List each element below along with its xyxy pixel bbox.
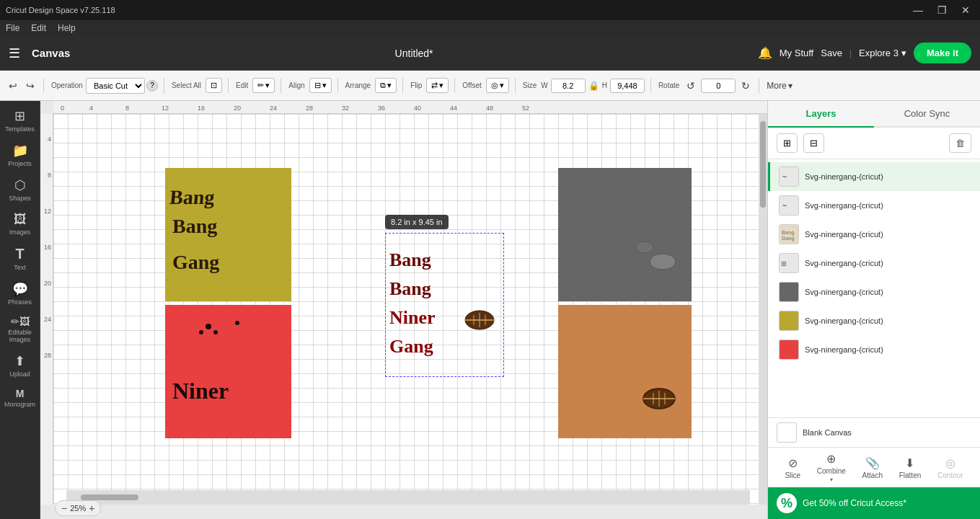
sidebar-item-upload[interactable]: ⬆ Upload — [1, 349, 39, 382]
slice-label: Slice — [785, 471, 800, 479]
machine-selector[interactable]: Explore 3 ▾ — [859, 48, 906, 58]
layer-thumb-svg — [780, 311, 798, 331]
layer-name: Svg-ninergang-(cricut) — [805, 259, 883, 267]
operation-dropdown[interactable]: Basic Cut — [86, 78, 145, 94]
size-label: Size — [523, 81, 537, 89]
sidebar-item-shapes[interactable]: ⬡ Shapes — [1, 173, 39, 206]
scroll-thumb-vertical[interactable] — [760, 121, 766, 208]
group-button[interactable]: ⊞ — [777, 133, 798, 153]
layer-name: Svg-ninergang-(cricut) — [805, 316, 883, 325]
save-button[interactable]: Save — [821, 48, 842, 58]
operation-help-button[interactable]: ? — [146, 80, 158, 92]
design-tan-rect[interactable] — [558, 305, 692, 438]
templates-icon: ⊞ — [14, 108, 25, 124]
layer-thumb-svg — [780, 282, 798, 302]
canvas-area[interactable]: 0 4 8 12 16 20 24 28 32 36 40 44 48 52 — [40, 101, 767, 519]
tab-color-sync[interactable]: Color Sync — [874, 101, 980, 128]
canvas-scrollbar-horizontal[interactable] — [66, 490, 750, 505]
close-button[interactable]: ✕ — [957, 4, 974, 16]
svg-point-18 — [636, 241, 653, 253]
menu-file[interactable]: File — [6, 23, 19, 33]
rotate-ccw-button[interactable]: ↺ — [684, 79, 698, 93]
sidebar-item-text[interactable]: T Text — [1, 241, 39, 275]
hamburger-menu[interactable]: ☰ — [9, 45, 20, 61]
sidebar-item-monogram[interactable]: M Monogram — [1, 383, 39, 412]
tab-color-sync-label: Color Sync — [904, 108, 950, 119]
menu-help[interactable]: Help — [58, 23, 76, 33]
layer-thumb-svg: ~ — [780, 195, 798, 216]
sidebar-item-templates[interactable]: ⊞ Templates — [1, 104, 39, 137]
align-button[interactable]: ⊟ ▾ — [309, 78, 332, 93]
arrange-button[interactable]: ⧉ ▾ — [375, 78, 397, 93]
width-input[interactable] — [551, 79, 586, 93]
offset-button[interactable]: ◎ ▾ — [486, 78, 509, 93]
layer-item[interactable]: ⊞ Svg-ninergang-(cricut) — [768, 249, 980, 278]
layer-item[interactable]: Bang Gang Svg-ninergang-(cricut) — [768, 220, 980, 249]
machine-label: Explore 3 — [859, 48, 899, 58]
notifications-bell[interactable]: 🔔 — [758, 46, 772, 60]
zoom-out-button[interactable]: − — [61, 502, 67, 514]
layer-item[interactable]: ~ Svg-ninergang-(cricut) — [768, 191, 980, 220]
menubar: File Edit Help — [0, 20, 980, 36]
design-gray-rect[interactable] — [558, 168, 692, 301]
slice-tool[interactable]: ⊘ Slice — [785, 456, 800, 479]
sidebar-item-projects[interactable]: 📁 Projects — [1, 138, 39, 172]
rotate-input[interactable] — [701, 79, 736, 93]
layer-name: Svg-ninergang-(cricut) — [805, 201, 883, 210]
zoom-level: 25% — [70, 504, 86, 513]
layer-thumb-svg: Bang Gang — [780, 224, 798, 244]
minimize-button[interactable]: — — [909, 4, 927, 16]
tab-layers[interactable]: Layers — [768, 101, 874, 128]
select-all-label: Select All — [172, 81, 201, 89]
blank-canvas-label: Blank Canvas — [803, 428, 852, 437]
flip-button[interactable]: ⇄ ▾ — [426, 78, 449, 93]
sidebar-item-phrases[interactable]: 💬 Phrases — [1, 277, 39, 310]
maximize-button[interactable]: ❐ — [933, 4, 951, 16]
images-label: Images — [9, 229, 31, 236]
redo-button[interactable]: ↪ — [23, 79, 37, 93]
height-input[interactable] — [610, 79, 645, 93]
sidebar-item-images[interactable]: 🖼 Images — [1, 208, 39, 240]
edit-group: Edit ✏ ▾ — [236, 78, 281, 93]
promo-banner[interactable]: % Get 50% off Cricut Access* — [768, 487, 980, 519]
design-red-rect[interactable]: Niner — [165, 305, 291, 438]
text-label: Text — [14, 264, 26, 271]
toolbar: ↩ ↪ Operation Basic Cut ? Select All ⊡ E… — [0, 71, 980, 101]
layer-item[interactable]: Svg-ninergang-(cricut) — [768, 335, 980, 364]
design-selected-rect[interactable]: Bang Bang Niner Gang — [385, 233, 504, 377]
select-all-button[interactable]: ⊡ — [206, 78, 222, 93]
edit-button[interactable]: ✏ ▾ — [252, 78, 275, 93]
machine-chevron-icon: ▾ — [901, 48, 906, 58]
blank-canvas-item[interactable]: Blank Canvas — [768, 417, 980, 447]
my-stuff-button[interactable]: My Stuff — [780, 48, 813, 58]
attach-tool[interactable]: 📎 Attach — [862, 456, 883, 479]
layer-item[interactable]: Svg-ninergang-(cricut) — [768, 306, 980, 335]
ungroup-button[interactable]: ⊟ — [803, 133, 824, 153]
edit-pencil-icon: ✏ — [257, 81, 264, 90]
rotate-cw-button[interactable]: ↻ — [738, 79, 753, 93]
more-button[interactable]: More ▾ — [767, 81, 792, 91]
canvas-scrollbar-vertical[interactable] — [759, 114, 767, 505]
flatten-tool[interactable]: ⬇ Flatten — [899, 456, 922, 479]
layer-item[interactable]: Svg-ninergang-(cricut) — [768, 278, 980, 306]
canvas-grid[interactable]: Bang Bang Gang Niner — [53, 114, 759, 505]
layer-item[interactable]: ~ Svg-ninergang-(cricut) — [768, 162, 980, 191]
menu-edit[interactable]: Edit — [31, 23, 46, 33]
undo-button[interactable]: ↩ — [6, 79, 20, 93]
layers-list[interactable]: ~ Svg-ninergang-(cricut) ~ Svg-ninergang… — [768, 159, 980, 417]
canvas-content[interactable]: Bang Bang Gang Niner — [53, 114, 759, 505]
sidebar-item-editable-images[interactable]: ✏🖼 Editable Images — [1, 311, 39, 347]
scroll-thumb-horizontal[interactable] — [81, 494, 138, 500]
zoom-in-button[interactable]: + — [89, 502, 94, 514]
layer-thumbnail: ~ — [779, 195, 799, 216]
window-controls[interactable]: — ❐ ✕ — [909, 4, 974, 16]
combine-chevron-icon: ▾ — [830, 476, 833, 483]
svg-text:Bang: Bang — [172, 215, 217, 237]
make-it-button[interactable]: Make it — [914, 43, 971, 63]
design-olive-rect[interactable]: Bang Bang Gang — [165, 168, 291, 301]
combine-tool[interactable]: ⊕ Combine ▾ — [817, 452, 846, 483]
editable-images-label: Editable Images — [3, 329, 37, 343]
panel-actions: ⊞ ⊟ 🗑 — [768, 128, 980, 159]
delete-layer-button[interactable]: 🗑 — [949, 133, 971, 153]
svg-text:Gang: Gang — [782, 236, 795, 241]
